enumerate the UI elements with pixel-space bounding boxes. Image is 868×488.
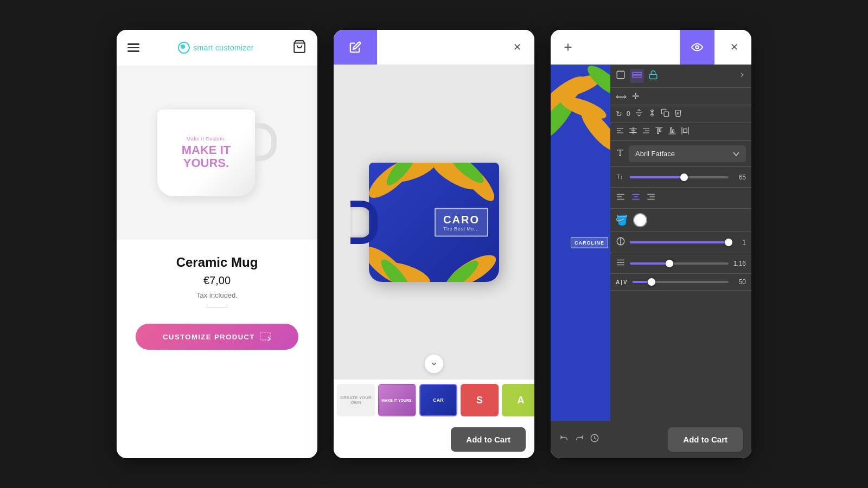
center-v-icon[interactable]	[648, 108, 656, 119]
mug-body: Make it Custom. MAKE ITYOURS.	[157, 110, 255, 196]
mug-text-large: MAKE ITYOURS.	[182, 144, 231, 170]
brand-logo: smart customizer	[178, 42, 253, 54]
editor-close-button[interactable]: ✕	[723, 36, 745, 58]
rotate-icon[interactable]: ↻	[616, 110, 622, 118]
card3-header: ✕	[551, 30, 751, 65]
svg-rect-42	[671, 128, 672, 133]
line-height-icon	[616, 258, 626, 269]
chevron-down-button[interactable]	[425, 355, 443, 373]
add-to-cart-button[interactable]: Add to Cart	[451, 427, 526, 452]
svg-rect-1	[260, 332, 270, 340]
chevron-right-icon[interactable]	[738, 71, 746, 81]
opacity-value: 1	[733, 239, 746, 246]
mug-subtitle-text: The Best Mo...	[443, 226, 480, 231]
delete-icon[interactable]	[674, 108, 682, 119]
svg-rect-24	[633, 75, 642, 78]
align-bottom-icon[interactable]	[668, 126, 676, 137]
card2-header: ✕	[334, 30, 534, 65]
preview-decoration	[551, 65, 610, 336]
thumb-1[interactable]: CREATE YOUR OWN	[337, 384, 375, 416]
preview-mug-text: CAROLINE	[575, 240, 604, 246]
align-top-icon[interactable]	[655, 126, 663, 137]
thumb-2[interactable]: MAKE IT YOURS.	[378, 384, 416, 416]
brand-name: smart customizer	[193, 43, 253, 52]
font-size-slider[interactable]	[630, 176, 729, 178]
lock-icon[interactable]	[648, 70, 658, 82]
cart-icon[interactable]	[292, 40, 307, 56]
card2-mug-body: CARO The Best Mo...	[369, 163, 499, 282]
copy-icon[interactable]	[661, 108, 669, 119]
thumb-3[interactable]: CAR	[419, 384, 457, 416]
fill-color-icon[interactable]: 🪣	[616, 214, 628, 226]
product-image: Make it Custom. MAKE ITYOURS.	[117, 66, 317, 240]
color-swatch[interactable]	[633, 213, 647, 227]
rotate-value: 0	[627, 110, 630, 118]
align-text-right-icon[interactable]	[646, 192, 656, 204]
product-info: Ceramic Mug €7,00 Tax included. CUSTOMIZ…	[125, 240, 309, 458]
svg-rect-27	[664, 112, 669, 117]
preview-strip: CAROLINE	[551, 65, 610, 421]
product-title: Ceramic Mug	[176, 255, 258, 270]
align-center-h-icon[interactable]	[629, 126, 637, 137]
editor-footer: Add to Cart	[551, 421, 751, 458]
layers-icon[interactable]	[630, 69, 644, 83]
flip-vert-icon[interactable]	[635, 108, 643, 119]
product-price: €7,00	[203, 274, 231, 287]
customizer-card: ✕	[334, 30, 534, 458]
mug-visual: Make it Custom. MAKE ITYOURS.	[157, 99, 277, 207]
close-button[interactable]: ✕	[500, 30, 534, 65]
text-icon	[616, 149, 624, 159]
svg-rect-22	[617, 71, 624, 79]
editor-card: ✕ CAROLINE	[551, 30, 751, 458]
add-element-button[interactable]	[557, 36, 579, 58]
opacity-slider[interactable]	[630, 241, 729, 243]
select-icon[interactable]	[616, 70, 626, 82]
line-height-value: 1.16	[733, 260, 746, 267]
align-text-left-icon[interactable]	[616, 192, 626, 204]
mug-name-area: CARO The Best Mo...	[435, 208, 488, 236]
product-tax: Tax included.	[196, 291, 238, 299]
svg-text:T↕: T↕	[617, 174, 623, 180]
font-size-icon: T↕	[616, 171, 626, 183]
svg-rect-43	[673, 130, 674, 133]
align-right-icon[interactable]	[642, 126, 650, 137]
history-button[interactable]	[590, 433, 599, 446]
editor-panel: ⟺ ✛ ↻ 0	[610, 65, 751, 421]
thumb-5[interactable]: A	[502, 384, 534, 416]
template-thumbnails: CREATE YOUR OWN MAKE IT YOURS. CAR S A	[334, 380, 534, 421]
mug-name-text: CARO	[443, 213, 480, 226]
customize-product-button[interactable]: CUSTOMIZE PRODUCT	[136, 324, 298, 350]
card1-header: smart customizer	[117, 30, 317, 66]
move-icon[interactable]: ✛	[632, 91, 639, 101]
editor-add-to-cart-button[interactable]: Add to Cart	[668, 427, 743, 452]
close-icon: ✕	[513, 41, 521, 53]
undo-button[interactable]	[559, 433, 569, 446]
font-selector[interactable]: Abril Fatface	[629, 145, 746, 162]
product-card: smart customizer Make it Custom. MAKE IT…	[117, 30, 317, 458]
letter-spacing-icon: A|V	[616, 279, 628, 285]
svg-rect-39	[658, 129, 659, 133]
svg-rect-23	[633, 73, 642, 75]
editor-close-icon: ✕	[730, 41, 738, 53]
preview-tab[interactable]	[680, 30, 714, 65]
mug-handle	[255, 123, 277, 161]
align-text-center-icon[interactable]	[631, 192, 641, 204]
svg-rect-40	[660, 129, 661, 132]
thumb-4[interactable]: S	[461, 384, 499, 416]
distribute-icon[interactable]	[681, 126, 690, 137]
font-size-value: 65	[733, 174, 746, 181]
mug-text-small: Make it Custom.	[187, 136, 226, 142]
flip-h-icon[interactable]: ⟺	[616, 92, 627, 101]
edit-tab[interactable]	[334, 30, 377, 65]
svg-point-15	[695, 46, 699, 49]
divider	[206, 307, 228, 307]
line-height-slider[interactable]	[630, 262, 729, 265]
customize-btn-label: CUSTOMIZE PRODUCT	[163, 333, 255, 341]
redo-button[interactable]	[575, 433, 584, 446]
letter-spacing-slider[interactable]	[633, 281, 729, 283]
opacity-icon	[616, 236, 626, 248]
menu-icon[interactable]	[127, 43, 139, 52]
preview-text-box: CAROLINE	[571, 237, 608, 248]
align-left-icon[interactable]	[616, 126, 624, 137]
svg-rect-46	[684, 129, 687, 133]
